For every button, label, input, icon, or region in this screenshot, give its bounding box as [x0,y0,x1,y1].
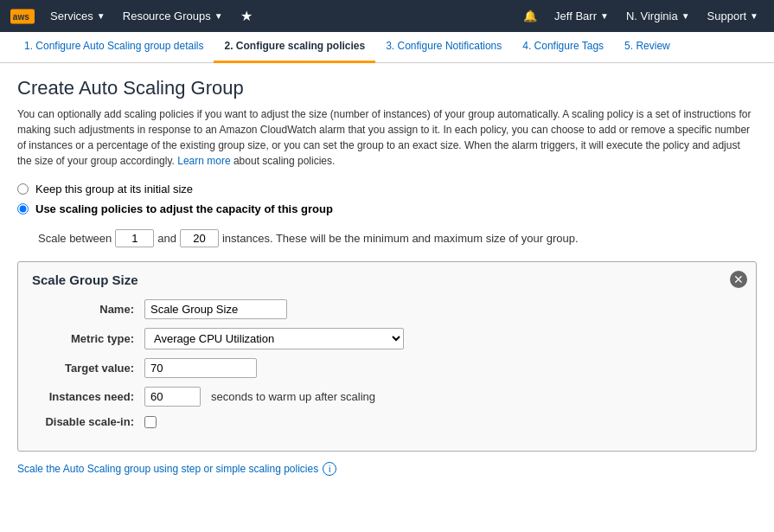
name-row: Name: [32,299,742,319]
target-value-row: Target value: [32,358,742,378]
tab-configure-asg-details[interactable]: 1. Configure Auto Scaling group details [14,32,214,63]
radio-keep-initial: Keep this group at its initial size [17,183,757,195]
favorites-star[interactable]: ★ [232,8,261,24]
description: You can optionally add scaling policies … [17,106,757,169]
page-title: Create Auto Scaling Group [17,77,757,99]
radio-use-label[interactable]: Use scaling policies to adjust the capac… [35,202,333,215]
scale-min-input[interactable] [115,229,154,247]
tab-review[interactable]: 5. Review [614,32,681,63]
nav-right: 🔔 Jeff Barr ▼ N. Virginia ▼ Support ▼ [515,0,767,32]
tab-configure-notifications[interactable]: 3. Configure Notifications [375,32,512,63]
scale-panel-title: Scale Group Size [32,272,742,287]
learn-more-link[interactable]: Learn more [177,155,230,167]
scaling-policy-radio-group: Keep this group at its initial size Use … [17,183,757,215]
scale-group-size-panel: Scale Group Size ✕ Name: Metric type: Av… [17,261,757,452]
name-label: Name: [32,303,144,316]
support-menu[interactable]: Support ▼ [699,0,767,32]
radio-use-policies: Use scaling policies to adjust the capac… [17,202,757,215]
target-label: Target value: [32,362,144,375]
instances-need-row: Instances need: seconds to warm up after… [32,387,742,407]
navbar: aws Services ▼ Resource Groups ▼ ★ 🔔 Jef… [0,0,774,32]
step-simple-scaling-link[interactable]: Scale the Auto Scaling group using step … [17,462,757,476]
services-dropdown-arrow: ▼ [97,11,106,21]
instances-suffix: seconds to warm up after scaling [211,390,375,403]
instances-warmup-input[interactable] [144,387,201,407]
wizard-tabs: 1. Configure Auto Scaling group details … [0,32,774,63]
disable-scale-in-checkbox[interactable] [144,416,157,428]
notifications-bell[interactable]: 🔔 [515,0,546,32]
metric-type-row: Metric type: Average CPU Utilization [32,328,742,349]
region-menu[interactable]: N. Virginia ▼ [617,0,699,32]
scale-between-row: Scale between and instances. These will … [17,229,757,247]
radio-keep-input[interactable] [17,183,29,195]
metric-type-select[interactable]: Average CPU Utilization [144,328,404,349]
instances-label: Instances need: [32,390,144,403]
close-panel-button[interactable]: ✕ [730,271,747,288]
disable-scale-in-label: Disable scale-in: [32,415,144,428]
name-input[interactable] [144,299,287,319]
resource-groups-nav[interactable]: Resource Groups ▼ [114,0,232,32]
tab-configure-scaling-policies[interactable]: 2. Configure scaling policies [214,32,375,63]
resource-groups-dropdown-arrow: ▼ [214,11,223,21]
aws-logo[interactable]: aws [7,1,38,32]
radio-use-input[interactable] [17,203,29,215]
main-content: Create Auto Scaling Group You can option… [0,63,774,532]
user-menu[interactable]: Jeff Barr ▼ [546,0,617,32]
disable-scale-in-row: Disable scale-in: [32,415,742,428]
tab-configure-tags[interactable]: 4. Configure Tags [512,32,614,63]
metric-label: Metric type: [32,332,144,345]
services-nav[interactable]: Services ▼ [42,0,114,32]
svg-text:aws: aws [13,11,29,21]
target-value-input[interactable] [144,358,257,378]
scale-max-input[interactable] [180,229,219,247]
info-icon: i [323,462,336,476]
radio-keep-label[interactable]: Keep this group at its initial size [35,183,193,195]
